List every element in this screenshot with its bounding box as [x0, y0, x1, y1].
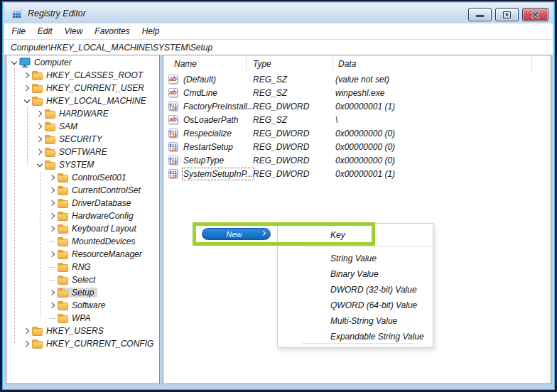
value-row-respecialize[interactable]: 011110RespecializeREG_DWORD0x00000000 (0…	[163, 126, 551, 140]
tree-item-rng[interactable]: RNG	[6, 261, 159, 273]
dword-value-icon: 011110	[168, 169, 178, 178]
column-separator[interactable]	[246, 57, 247, 70]
close-button[interactable]	[522, 8, 548, 21]
tree-item-controlset001[interactable]: ControlSet001	[6, 171, 159, 184]
tree-item-label: SOFTWARE	[59, 147, 107, 157]
value-type: REG_DWORD	[253, 156, 309, 165]
tree-item-hkey-current-user[interactable]: HKEY_CURRENT_USER	[6, 82, 159, 94]
value-row-osloaderpath[interactable]: abOsLoaderPathREG_SZ\	[163, 113, 551, 126]
folder-icon	[32, 328, 43, 336]
value-name: RestartSetup	[183, 142, 233, 152]
folder-icon	[58, 187, 68, 195]
column-header-type[interactable]: Type	[253, 59, 271, 69]
leaf-connector	[48, 263, 56, 271]
chevron-right-icon[interactable]	[48, 187, 56, 195]
menu-item-file[interactable]: File	[6, 25, 31, 38]
tree-connector-line	[27, 107, 28, 164]
tree-item-computer[interactable]: Computer	[6, 56, 159, 69]
folder-icon	[45, 124, 55, 131]
menu-item-favorites[interactable]: Favorites	[89, 25, 136, 38]
submenu-item-multi-string-value[interactable]: Multi-String Value	[278, 313, 433, 329]
chevron-right-icon[interactable]	[36, 148, 43, 156]
tree-item-hkey-users[interactable]: HKEY_USERS	[6, 325, 159, 337]
value-type: REG_SZ	[253, 115, 287, 125]
submenu-item-binary-value[interactable]: Binary Value	[278, 266, 433, 282]
string-value-icon: ab	[168, 88, 178, 97]
chevron-down-icon[interactable]	[23, 97, 31, 105]
chevron-right-icon[interactable]	[48, 251, 56, 258]
submenu-item-dword-32-bit-value[interactable]: DWORD (32-bit) Value	[278, 282, 433, 298]
folder-icon	[58, 213, 68, 221]
value-data: 0x00000001 (1)	[335, 102, 395, 111]
value-type: REG_DWORD	[253, 102, 309, 111]
chevron-right-icon[interactable]	[23, 72, 31, 80]
value-type: REG_DWORD	[253, 169, 309, 179]
value-name: OsLoaderPath	[183, 115, 238, 125]
maximize-button[interactable]	[495, 8, 519, 21]
value-row-default[interactable]: ab(Default)REG_SZ(value not set)	[163, 72, 551, 86]
tree-item-software[interactable]: SOFTWARE	[6, 146, 159, 158]
folder-icon	[45, 149, 55, 157]
tree-item-hkey-classes-root[interactable]: HKEY_CLASSES_ROOT	[6, 69, 159, 82]
tree-item-label: Select	[72, 275, 95, 285]
column-separator[interactable]	[531, 57, 532, 70]
chevron-down-icon[interactable]	[10, 59, 18, 67]
chevron-down-icon[interactable]	[36, 161, 43, 169]
tree-item-hkey-current-config[interactable]: HKEY_CURRENT_CONFIG	[6, 337, 159, 350]
menu-item-edit[interactable]: Edit	[31, 25, 58, 38]
tree-item-software[interactable]: Software	[6, 299, 159, 312]
chevron-right-icon[interactable]	[23, 327, 31, 335]
tree-item-system[interactable]: SYSTEM	[6, 158, 159, 171]
chevron-right-icon[interactable]	[48, 289, 56, 297]
chevron-right-icon[interactable]	[36, 123, 43, 131]
value-name: (Default)	[183, 75, 216, 85]
chevron-right-icon[interactable]	[48, 212, 56, 220]
minimize-button[interactable]	[468, 8, 492, 21]
submenu-item-expandable-string-value[interactable]: Expandable String Value	[278, 329, 433, 344]
tree-item-select[interactable]: Select	[6, 273, 159, 286]
value-row-restartsetup[interactable]: 011110RestartSetupREG_DWORD0x00000000 (0…	[163, 140, 551, 153]
chevron-right-icon[interactable]	[48, 225, 56, 233]
tree-item-hardware[interactable]: HARDWARE	[6, 107, 159, 120]
tree-item-resourcemanager[interactable]: ResourceManager	[6, 248, 159, 261]
column-header-data[interactable]: Data	[338, 59, 356, 69]
tree-item-hkey-local-machine[interactable]: HKEY_LOCAL_MACHINE	[6, 94, 159, 107]
tree-item-driverdatabase[interactable]: DriverDatabase	[6, 197, 159, 209]
folder-icon	[58, 277, 68, 285]
submenu-item-key[interactable]: Key	[278, 224, 433, 246]
tree-item-hardwareconfig[interactable]: HardwareConfig	[6, 209, 159, 222]
submenu-item-qword-64-bit-value[interactable]: QWORD (64-bit) Value	[278, 298, 433, 313]
value-row-systemsetupinp[interactable]: 011110SystemSetupInP...REG_DWORD0x000000…	[163, 167, 551, 180]
chevron-right-icon[interactable]	[48, 174, 56, 182]
tree-item-security[interactable]: SECURITY	[6, 133, 159, 146]
chevron-right-icon[interactable]	[36, 110, 43, 118]
value-row-setuptype[interactable]: 011110SetupTypeREG_DWORD0x00000000 (0)	[163, 153, 551, 167]
tree-item-setup[interactable]: Setup	[6, 286, 159, 299]
address-bar[interactable]: Computer\HKEY_LOCAL_MACHINE\SYSTEM\Setup	[4, 39, 553, 55]
tree-item-label: HKEY_CURRENT_USER	[46, 83, 144, 93]
folder-icon	[45, 111, 55, 119]
value-row-cmdline[interactable]: abCmdLineREG_SZwinpeshl.exe	[163, 86, 551, 99]
chevron-right-icon[interactable]	[23, 340, 31, 348]
menu-item-view[interactable]: View	[58, 25, 89, 38]
submenu-bottom-line	[302, 343, 414, 344]
menu-bar: FileEditViewFavoritesHelp	[4, 23, 553, 39]
chevron-right-icon[interactable]	[23, 85, 31, 92]
tree-item-keyboard-layout[interactable]: Keyboard Layout	[6, 222, 159, 235]
tree-item-wpa[interactable]: WPA	[6, 312, 159, 325]
context-menu-item-new[interactable]: New	[202, 228, 271, 240]
chevron-right-icon[interactable]	[48, 200, 56, 207]
menu-item-help[interactable]: Help	[136, 25, 166, 38]
folder-icon	[58, 200, 68, 208]
tree-item-sam[interactable]: SAM	[6, 120, 159, 133]
folder-icon	[58, 303, 68, 310]
chevron-right-icon[interactable]	[36, 136, 43, 143]
value-type: REG_DWORD	[253, 142, 309, 152]
tree-item-currentcontrolset[interactable]: CurrentControlSet	[6, 184, 159, 197]
column-header-name[interactable]: Name	[174, 59, 197, 69]
column-separator[interactable]	[332, 57, 333, 70]
tree-item-mounteddevices[interactable]: MountedDevices	[6, 235, 159, 248]
submenu-item-string-value[interactable]: String Value	[278, 251, 433, 266]
value-row-factorypreinstall[interactable]: 011110FactoryPreInstall...REG_DWORD0x000…	[163, 99, 551, 113]
chevron-right-icon[interactable]	[48, 302, 56, 310]
